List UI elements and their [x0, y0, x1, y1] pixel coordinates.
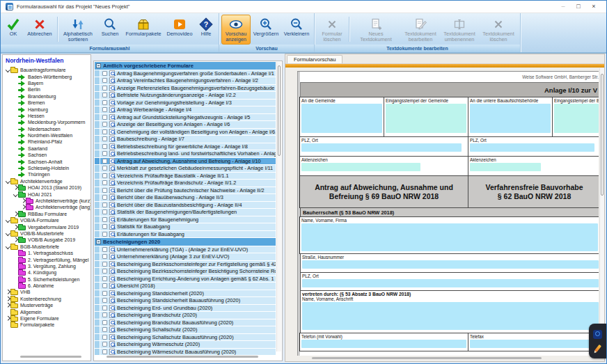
edit-textdoc-button[interactable]: Textdokument bearbeiten — [401, 15, 440, 45]
checkbox[interactable] — [102, 306, 107, 310]
checkbox[interactable] — [102, 209, 107, 214]
form-list-item[interactable]: Vorlage zur Genehmigungsfreistellung - A… — [95, 100, 276, 107]
expand-icon[interactable] — [5, 290, 10, 295]
tree-item[interactable]: Bauantragsformulare — [3, 67, 90, 73]
tree-item[interactable]: Formularpakete — [3, 322, 90, 328]
preview-hscrollbar[interactable] — [312, 357, 542, 359]
zoom-in-button[interactable]: Vergrößern — [251, 15, 281, 45]
form-list-item[interactable]: Übersicht (2018) — [95, 283, 276, 290]
collapse-icon[interactable] — [5, 68, 10, 73]
checkbox[interactable] — [102, 151, 107, 156]
expand-icon[interactable] — [5, 296, 10, 301]
checkbox[interactable] — [102, 203, 107, 207]
form-list-item[interactable]: Verzeichnis Prüfaufträge Brandschutz - A… — [95, 180, 276, 187]
new-textdoc-button[interactable]: Neues Textdokument — [351, 15, 401, 45]
tree-item[interactable]: HOAI 2013 (Stand 2019) — [3, 184, 90, 191]
form-list-item[interactable]: Antrag Baugenehmigungsverfahren große So… — [95, 70, 276, 78]
form-list-item[interactable]: Antrag auf Grundstücksteilung/Negativzeu… — [95, 114, 276, 122]
checkbox[interactable] — [102, 327, 107, 332]
tree-item[interactable]: VOB/B-Musterbriefe — [3, 230, 90, 237]
collapse-box-icon[interactable] — [96, 239, 101, 244]
tree-item[interactable]: Nordrhein-Westfalen — [3, 132, 90, 139]
tree-item[interactable]: Bayern — [3, 80, 90, 86]
checkbox[interactable] — [102, 107, 107, 112]
expand-icon[interactable] — [13, 224, 18, 230]
tree-item[interactable]: 6. Abnahme — [3, 283, 90, 289]
checkbox[interactable] — [102, 349, 107, 354]
collapse-icon[interactable] — [5, 244, 10, 249]
rename-textdoc-button[interactable]: Textdokument umbenennen — [440, 15, 479, 45]
form-list-item[interactable]: Betriebsbeschreibung für gewerbliche Anl… — [95, 143, 276, 151]
close-button[interactable]: × — [586, 1, 601, 13]
checkbox[interactable] — [102, 298, 107, 303]
form-list-item[interactable]: Statistik für Bauabgang — [95, 223, 276, 231]
tree-item[interactable]: Bremen — [3, 100, 90, 106]
form-list-item[interactable]: Betriebsbeschreibung land- und forstwirt… — [95, 150, 276, 158]
form-list-item[interactable]: Unternehmererklärung (Anlage 3 zur EnEV-… — [95, 253, 276, 261]
form-list-item[interactable]: Bescheinigung Schallschutz (2020) — [95, 326, 276, 334]
settings-icon[interactable] — [593, 330, 602, 339]
tree-item[interactable]: BGB-Musterbriefe — [3, 244, 90, 250]
tree-item[interactable]: Architektenverträge (kurz) — [3, 198, 90, 204]
checkbox[interactable] — [102, 217, 107, 222]
form-list-item[interactable]: Bescheinigung Brandschutz (2020) — [95, 312, 276, 319]
checkbox[interactable] — [102, 254, 107, 259]
tree-item[interactable]: Niedersachsen — [3, 126, 90, 132]
tree-item[interactable]: Rheinland-Pfalz — [3, 139, 90, 145]
tree-item[interactable]: Brandenburg — [3, 93, 90, 100]
form-packages-button[interactable]: Formularpakete — [123, 15, 164, 45]
tree-item[interactable]: Sachsen-Anhalt — [3, 158, 90, 164]
tree-item[interactable]: Saarland — [3, 145, 90, 152]
show-preview-button[interactable]: Vorschau anzeigen — [221, 15, 251, 45]
checkbox[interactable] — [102, 159, 107, 164]
checkbox[interactable] — [102, 144, 107, 149]
checkbox[interactable] — [102, 166, 107, 171]
checkbox[interactable] — [102, 224, 107, 229]
checkbox[interactable] — [102, 173, 107, 178]
ok-button[interactable]: OK — [3, 15, 24, 45]
checkbox[interactable] — [102, 86, 107, 90]
tree-item[interactable]: Schleswig-Holstein — [3, 165, 90, 171]
expand-icon[interactable] — [20, 198, 26, 204]
checkbox[interactable] — [102, 232, 107, 237]
list-vscrollbar[interactable] — [276, 62, 281, 351]
help-button[interactable]: ? Hilfe — [196, 15, 216, 45]
minimize-button[interactable]: – — [555, 1, 571, 13]
checkbox[interactable] — [102, 342, 107, 347]
collapse-icon[interactable] — [5, 230, 10, 236]
preview-vscrollbar-thumb[interactable] — [601, 74, 604, 196]
search-button[interactable]: Suchen — [97, 15, 123, 45]
tree-hscrollbar[interactable] — [20, 356, 81, 358]
form-list-item[interactable]: Bericht über die Prüfung bautechnischer … — [95, 187, 276, 195]
tree-item[interactable]: 3. Vergütung, Zahlung — [3, 263, 90, 269]
checkbox[interactable] — [102, 262, 107, 267]
form-list-item[interactable]: Bescheinigung Wärmeschutz (2020) — [95, 341, 276, 349]
tree-item[interactable]: RBBau Formulare — [3, 211, 90, 217]
checkbox[interactable] — [102, 122, 107, 127]
collapse-icon[interactable] — [13, 191, 18, 197]
expand-icon[interactable] — [13, 237, 18, 243]
delete-form-button[interactable]: Formular löschen — [317, 15, 347, 45]
expand-icon[interactable] — [5, 316, 10, 322]
tree-item[interactable]: Musterverträge — [3, 302, 90, 308]
tree-item[interactable]: Vergabeformulare 2019 — [3, 223, 90, 230]
form-list-item[interactable]: Statistik der Baugenehmigungen/Baufertig… — [95, 209, 276, 216]
tree-item[interactable]: Allgemein — [3, 308, 90, 315]
form-list-item[interactable]: Genehmigung der vollständigen Beseitigun… — [95, 129, 276, 136]
checkbox[interactable] — [102, 269, 107, 274]
zoom-out-button[interactable]: Verkleinern — [281, 15, 312, 45]
form-list-item[interactable]: Bericht über die Bauüberwachung - Anlage… — [95, 194, 276, 202]
form-list-item[interactable]: Bescheinigung Erd- und Grundbau (2020) — [95, 305, 276, 312]
maximize-button[interactable]: □ — [571, 1, 586, 13]
tree-item[interactable]: Baden-Württemberg — [3, 73, 90, 79]
expand-icon[interactable] — [20, 205, 26, 210]
form-list-item[interactable]: Erläuterungen für Baugenehmigung — [95, 216, 276, 224]
form-list-item[interactable]: Antrag Vereinfachtes Baugenehmigungsverf… — [95, 77, 276, 85]
form-list-item[interactable]: Bescheinigung Standsicherheit (2020) — [95, 290, 276, 298]
checkbox[interactable] — [102, 291, 107, 296]
form-list-item[interactable]: Baubeschreibung - Anlage I/7 — [95, 136, 276, 143]
tree-item[interactable]: 4. Kündigung — [3, 269, 90, 276]
sort-alphabetical-button[interactable]: Alphabetisch sortieren — [59, 15, 97, 45]
tree-item[interactable]: HOAI 2021 — [3, 191, 90, 197]
delete-textdoc-button[interactable]: Textdokument löschen — [479, 15, 518, 45]
